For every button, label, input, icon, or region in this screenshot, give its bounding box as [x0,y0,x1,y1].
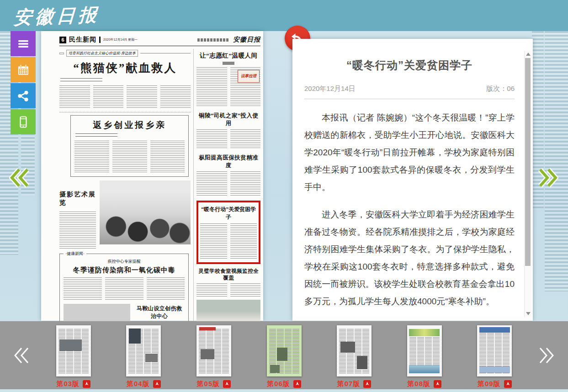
pdf-icon[interactable] [363,380,371,388]
byline-block [60,78,102,84]
page-thumbnail-09[interactable]: 第09版 [459,321,530,388]
thumbnail-image[interactable] [196,325,231,376]
epaper-app: 安徽日报 [0,0,568,392]
highlighted-article-box[interactable]: “暖冬行动”关爱贫困学子 [196,201,260,264]
masthead: 安徽日报 [197,36,260,44]
thumbnail-image[interactable] [56,325,91,376]
menu-button[interactable] [11,31,36,56]
mobile-button[interactable] [11,109,36,134]
pdf-icon[interactable] [223,380,231,388]
article-paragraph: 本报讯（记者 陈婉婉）“这个冬天很温暖！”穿上学校赠送的新棉衣，受助学生小王开心… [304,109,515,196]
article-panel: “暖冬行动”关爱贫困学子 2020年12月14日 版次：06 本报讯（记者 陈婉… [292,39,533,321]
newsprint-text-block [196,283,260,297]
share-icon [16,89,30,103]
article-title: “暖冬行动”关爱贫困学子 [304,58,515,73]
byline-block [75,133,117,139]
headline-return-home[interactable]: 返乡创业报乡亲 [74,119,185,131]
pdf-icon[interactable] [434,380,441,388]
photo-exhibit-story[interactable]: 摄影艺术展览 [59,180,191,250]
page-thumbnail-07[interactable]: 第07版 [319,321,389,388]
divider [59,112,191,112]
page-thumbnail-05[interactable]: 第05版 [179,321,249,388]
series-banner: 培育和践行社会主义核心价值观·身边故事 [59,50,191,57]
masthead-fineprint [197,38,229,42]
divider [99,37,101,43]
page-date: 2020年12月14日 星期一 [103,37,138,42]
page-thumb-label[interactable]: 第04版 [127,380,150,388]
page-thumb-label[interactable]: 第07版 [337,380,361,388]
newsprint-text-block [74,141,185,174]
page-thumb-label[interactable]: 第08版 [407,380,430,388]
page-thumbnail-06-current[interactable]: 第06版 [249,321,319,388]
thumbnail-bar: 第03版 第04版 第05版 第06版 第07版 第08版 第09版 [0,321,568,389]
page-thumb-label[interactable]: 第03版 [56,380,80,388]
double-chevron-right-icon [536,167,558,188]
newsprint-text-block [59,212,96,250]
photo-caption-column: 摄影艺术展览 [59,180,96,250]
menu-icon [16,37,30,51]
scroll-down-arrow-icon[interactable] [526,312,531,315]
double-chevron-left-icon [9,167,31,188]
pdf-icon[interactable] [293,380,301,388]
headline-photo-exhibit[interactable]: 摄影艺术展览 [59,191,96,207]
thumbnail-image-active[interactable] [267,325,302,376]
health-section-label: ·健康新闻· [64,251,86,257]
newsprint-text-block [200,223,257,260]
pdf-icon[interactable] [83,380,90,388]
mobile-icon [16,115,30,129]
thumbnail-image[interactable] [126,325,161,376]
pdf-icon[interactable] [504,380,512,388]
article-scrollbar[interactable] [524,51,531,317]
headline-warm-winter[interactable]: “暖冬行动”关爱贫困学子 [200,206,257,221]
prev-page-arrow[interactable] [9,167,31,188]
newspaper-photo-exhibition [100,180,191,244]
headline-blood-donor[interactable]: “熊猫侠”献血救人 [59,60,191,75]
top-banner: 安徽日报 [0,0,568,31]
next-page-arrow[interactable] [536,167,558,188]
divider [304,99,515,99]
section-title: 民生新闻 [69,36,96,44]
calendar-icon [16,63,30,77]
headline-lingbi[interactable]: 灵璧学校食堂视频监控全覆盖 [196,268,260,281]
page-thumb-label[interactable]: 第05版 [197,380,220,388]
story-return-home[interactable]: 返乡创业报乡亲 [70,115,189,177]
thumbs-prev-arrow[interactable] [5,321,38,389]
pdf-icon[interactable] [153,380,161,388]
headline-zongyang[interactable]: 枞阳提高医保扶贫精准度 [196,154,260,170]
calendar-button[interactable] [11,57,36,82]
thumbnail-image[interactable] [477,325,512,376]
scrollbar-thumb[interactable] [525,58,531,266]
background-building [545,0,568,291]
headline-maanshan[interactable]: 马鞍山设立创伤救治中心 [134,305,185,320]
headline-winter-disease[interactable]: 冬季谨防传染病和一氧化碳中毒 [64,266,185,275]
page-thumbnail-08[interactable]: 第08版 [389,321,460,388]
double-chevron-left-icon [13,345,31,366]
newsprint-text-block [196,171,260,197]
page-thumb-label[interactable]: 第09版 [478,380,501,388]
author-mark [223,62,234,65]
thumbnail-image[interactable] [337,325,372,376]
share-button[interactable] [11,83,36,108]
headline-tongling[interactable]: 铜陵“司机之家”投入使用 [196,112,260,127]
newsprint-text-block [59,85,191,108]
page-number: 6 [59,37,66,43]
newspaper-page-header: 6 民生新闻 2020年12月14日 星期一 安徽日报 [59,36,260,46]
article-paragraph: 为了让参加考研的学生集中精力投入冲刺阶段学习，该校通过“校园一卡通”向所有参加考… [304,320,515,321]
kicker-health: 疾控中心专家提醒 [64,259,185,265]
scroll-up-arrow-icon[interactable] [526,53,531,56]
series-banner-text: 培育和践行社会主义核心价值观·身边故事 [66,50,138,57]
newspaper-page[interactable]: 6 民生新闻 2020年12月14日 星期一 安徽日报 培育和践行社会主义核心价… [41,31,263,321]
page-thumb-label[interactable]: 第06版 [267,380,290,388]
page-thumbnail-03[interactable]: 第03版 [38,321,109,388]
thumbnail-image[interactable] [407,325,442,376]
page-thumbnail-04[interactable]: 第04版 [109,321,179,388]
article-edition: 版次：06 [486,85,515,93]
newsprint-text-block [196,129,260,149]
article-paragraph: 进入冬季，安徽医科大学立即着手为经济困难学生准备过冬物资。经各院系精准摸排之后，… [304,206,515,310]
paper-name: 安徽日报 [233,36,260,44]
double-chevron-right-icon [537,345,555,366]
article-date: 2020年12月14日 [304,85,356,93]
headline-volunteer[interactable]: 让“志愿红”温暖人间 [196,52,260,60]
banner-flag-icon [59,53,64,54]
thumbs-next-arrow[interactable] [530,321,563,389]
